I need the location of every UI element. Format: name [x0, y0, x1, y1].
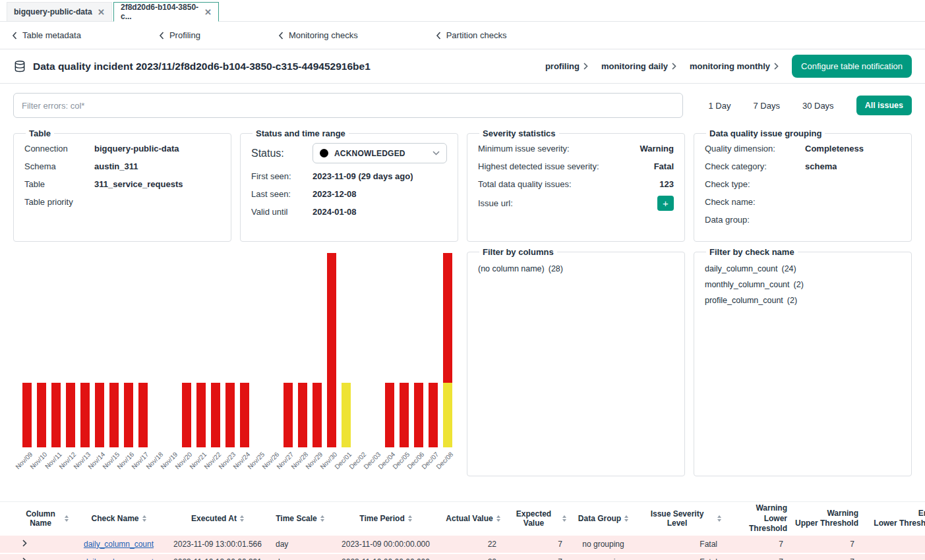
sort-icon[interactable] — [496, 515, 500, 522]
table-cell: 7 — [725, 536, 791, 553]
table-cell: 7 — [862, 536, 925, 553]
kv-value: bigquery-public-data — [94, 144, 179, 154]
table-panel: Table Connectionbigquery-public-dataSche… — [13, 128, 231, 242]
sort-icon[interactable] — [65, 515, 69, 522]
sort-icon[interactable] — [624, 515, 628, 522]
chevron-right-icon — [22, 557, 27, 560]
column-header-issue-severity-level[interactable]: Issue Severity Level — [636, 502, 725, 536]
chart-bar-fatal — [95, 383, 104, 447]
filter-item-daily-column-count[interactable]: daily_column_count(24) — [705, 261, 901, 277]
nav-link-monitoring-checks[interactable]: Monitoring checks — [278, 30, 358, 40]
column-header-time-scale[interactable]: Time Scale — [270, 502, 330, 536]
column-header-actual-value[interactable]: Actual Value — [442, 502, 504, 536]
kv-label: Quality dimension: — [705, 144, 805, 154]
column-header-check-name[interactable]: Check Name — [73, 502, 165, 536]
issues-table-section: Column NameCheck NameExecuted AtTime Sca… — [0, 501, 925, 560]
sort-icon[interactable] — [142, 515, 146, 522]
column-header-time-period[interactable]: Time Period — [330, 502, 442, 536]
filter-item-profile-column-count[interactable]: profile_column_count(2) — [705, 293, 901, 308]
sort-icon[interactable] — [240, 515, 244, 522]
chart-bar-fatal — [298, 383, 307, 447]
column-header-warning-upper-threshold: WarningUpper Threshold — [791, 502, 862, 536]
nav-link-label: Table metadata — [22, 30, 81, 40]
table-cell: Fatal — [636, 553, 725, 560]
all-issues-button[interactable]: All issues — [856, 96, 912, 115]
table-cell: 7 — [862, 553, 925, 560]
chevron-right-icon — [583, 63, 588, 70]
nav-link-table-metadata[interactable]: Table metadata — [12, 30, 81, 40]
filter-item-monthly-column-count[interactable]: monthly_column_count(2) — [705, 277, 901, 293]
header-link-monitoring-daily[interactable]: monitoring daily — [601, 61, 676, 71]
kv-value: Warning — [640, 144, 674, 154]
kv-value: 311_service_requests — [94, 179, 183, 189]
table-cell: Fatal — [636, 536, 725, 553]
add-issue-url-button[interactable]: + — [657, 196, 674, 211]
table-cell: no grouping — [570, 536, 636, 553]
kv-label: Check category: — [705, 161, 805, 171]
nav-link-partition-checks[interactable]: Partition checks — [436, 30, 507, 40]
sort-icon[interactable] — [320, 515, 324, 522]
page-title: Data quality incident 2023/11/2f8d20d6-b… — [33, 61, 371, 72]
issues-table: Column NameCheck NameExecuted AtTime Sca… — [0, 502, 925, 560]
table-cell: 22 — [442, 553, 504, 560]
table-cell: 7 — [504, 536, 570, 553]
close-icon[interactable]: ✕ — [204, 7, 212, 17]
tab-label: bigquery-public-data — [14, 7, 92, 16]
row-expander[interactable] — [0, 536, 73, 553]
filter-item-no-column-name[interactable]: (no column name)(28) — [478, 261, 674, 277]
kv-label: Schema — [24, 161, 94, 171]
filter-by-check-name-panel: Filter by check name daily_column_count(… — [694, 247, 912, 476]
filter-errors-input[interactable] — [13, 93, 683, 118]
issues-bar-chart: Nov/09Nov/10Nov/11Nov/12Nov/13Nov/14Nov/… — [13, 247, 458, 476]
panel-title: Severity statistics — [479, 128, 559, 138]
column-header-data-group[interactable]: Data Group — [570, 502, 636, 536]
kv-row-schema: Schemaaustin_311 — [24, 157, 220, 175]
header-link-profiling[interactable]: profiling — [545, 61, 588, 71]
nav-link-label: Monitoring checks — [289, 30, 358, 40]
check-name-link[interactable]: daily_column_count — [84, 557, 154, 560]
page-header: Data quality incident 2023/11/2f8d20d6-b… — [0, 49, 925, 84]
column-header-label: Executed At — [191, 514, 237, 523]
column-header-executed-at[interactable]: Executed At — [165, 502, 270, 536]
chart-bar-fatal — [400, 383, 409, 447]
column-header-label: Actual Value — [446, 514, 492, 523]
chart-bar-fatal — [240, 383, 249, 447]
chart-bar-fatal — [22, 383, 32, 447]
check-name-link[interactable]: daily_column_count — [84, 540, 154, 549]
kv-label: Check type: — [705, 179, 805, 189]
table-cell: 2023-11-09 13:00:01.566 — [165, 536, 270, 553]
range-button-7-days[interactable]: 7 Days — [753, 101, 779, 111]
chart-bar-fatal — [211, 383, 220, 447]
chart-bar-fatal — [443, 253, 452, 383]
range-button-1-day[interactable]: 1 Day — [708, 101, 731, 111]
status-select[interactable]: ACKNOWLEDGED — [313, 143, 447, 163]
column-header-label: Check Name — [91, 514, 138, 523]
header-link-monitoring-monthly[interactable]: monitoring monthly — [690, 61, 779, 71]
kv-value: 123 — [659, 179, 674, 189]
chevron-left-icon — [278, 32, 283, 40]
chart-bar-fatal — [327, 253, 336, 447]
chart-bar-fatal — [138, 383, 148, 447]
sort-icon[interactable] — [562, 515, 566, 522]
kv-value: schema — [805, 161, 837, 171]
issue-url-label: Issue url: — [478, 198, 513, 208]
table-cell: 7 — [504, 553, 570, 560]
tab-bigquery-public-data[interactable]: bigquery-public-data ✕ — [7, 2, 112, 21]
range-button-30-days[interactable]: 30 Days — [802, 101, 834, 111]
close-icon[interactable]: ✕ — [98, 7, 105, 17]
filter-item-label: daily_column_count — [705, 264, 778, 273]
chart-bar-fatal — [283, 383, 293, 447]
column-header-expected-value[interactable]: Expected Value — [504, 502, 570, 536]
tab-incident[interactable]: 2f8d20d6-b104-3850-c... ✕ — [113, 2, 219, 22]
sort-icon[interactable] — [408, 515, 412, 522]
table-cell: 22 — [442, 536, 504, 553]
nav-link-profiling[interactable]: Profiling — [159, 30, 200, 40]
table-cell: daily_column_count — [73, 536, 165, 553]
configure-notification-button[interactable]: Configure table notification — [792, 55, 912, 78]
nav-link-label: Partition checks — [446, 30, 507, 40]
status-value: ACKNOWLEDGED — [334, 149, 405, 158]
kv-value: 2023-11-09 (29 days ago) — [313, 171, 413, 181]
row-expander[interactable] — [0, 553, 73, 560]
column-header-column-name[interactable]: Column Name — [0, 502, 73, 536]
sort-icon[interactable] — [717, 515, 721, 522]
